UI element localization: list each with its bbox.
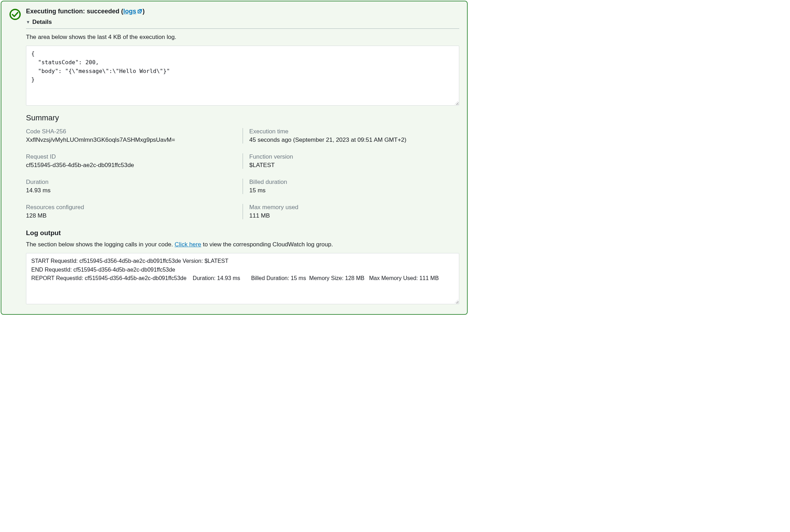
cloudwatch-link[interactable]: Click here: [175, 241, 201, 248]
external-link-icon: [137, 8, 143, 16]
resize-handle-icon: [455, 300, 458, 303]
field-label: Function version: [249, 153, 459, 160]
log-output-box[interactable]: START RequestId: cf515945-d356-4d5b-ae2c…: [26, 253, 459, 304]
field-label: Request ID: [26, 153, 234, 160]
execution-result-panel: Executing function: succeeded (logs) ▼ D…: [1, 1, 468, 315]
field-label: Billed duration: [249, 179, 459, 186]
field-label: Max memory used: [249, 204, 459, 211]
summary-billed: Billed duration 15 ms: [243, 179, 459, 194]
field-value: 15 ms: [249, 187, 459, 194]
field-value: $LATEST: [249, 162, 459, 169]
summary-request-id: Request ID cf515945-d356-4d5b-ae2c-db091…: [26, 153, 243, 169]
summary-version: Function version $LATEST: [243, 153, 459, 169]
title-suffix: ): [143, 8, 145, 15]
field-value: XxflNvzsj/vMyhLUOmlmn3GK6oqls7ASHMxg9psU…: [26, 137, 234, 144]
execution-status-title: Executing function: succeeded (logs): [26, 8, 459, 16]
svg-point-0: [10, 9, 20, 19]
logs-link-text: logs: [123, 8, 136, 15]
panel-header: Executing function: succeeded (logs) ▼ D…: [9, 8, 459, 304]
log-intro: The section below shows the logging call…: [26, 241, 459, 248]
field-value: 111 MB: [249, 212, 459, 219]
title-prefix: Executing function: succeeded (: [26, 8, 123, 15]
field-label: Resources configured: [26, 204, 234, 211]
log-output-heading: Log output: [26, 229, 459, 237]
summary-exec-time: Execution time 45 seconds ago (September…: [243, 128, 459, 144]
details-label: Details: [32, 19, 52, 26]
field-label: Code SHA-256: [26, 128, 234, 135]
field-value: 45 seconds ago (September 21, 2023 at 09…: [249, 137, 459, 144]
field-value: 14.93 ms: [26, 187, 234, 194]
response-body-text: { "statusCode": 200, "body": "{\"message…: [31, 50, 170, 83]
log-intro-prefix: The section below shows the logging call…: [26, 241, 175, 248]
logs-link[interactable]: logs: [123, 8, 143, 15]
summary-resources: Resources configured 128 MB: [26, 204, 243, 219]
field-value: cf515945-d356-4d5b-ae2c-db091ffc53de: [26, 162, 234, 169]
chevron-down-icon: ▼: [26, 20, 30, 25]
summary-maxmem: Max memory used 111 MB: [243, 204, 459, 219]
summary-heading: Summary: [26, 113, 459, 122]
summary-grid: Code SHA-256 XxflNvzsj/vMyhLUOmlmn3GK6oq…: [26, 128, 459, 221]
divider: [26, 28, 459, 29]
field-label: Execution time: [249, 128, 459, 135]
response-body-box[interactable]: { "statusCode": 200, "body": "{\"message…: [26, 46, 459, 106]
execution-log-intro: The area below shows the last 4 KB of th…: [26, 34, 459, 41]
field-label: Duration: [26, 179, 234, 186]
log-output-text: START RequestId: cf515945-d356-4d5b-ae2c…: [31, 258, 439, 281]
log-intro-suffix: to view the corresponding CloudWatch log…: [201, 241, 333, 248]
success-icon: [9, 8, 21, 22]
summary-code-sha: Code SHA-256 XxflNvzsj/vMyhLUOmlmn3GK6oq…: [26, 128, 243, 144]
resize-handle-icon: [455, 101, 458, 105]
details-toggle[interactable]: ▼ Details: [26, 19, 52, 26]
summary-duration: Duration 14.93 ms: [26, 179, 243, 194]
field-value: 128 MB: [26, 212, 234, 219]
